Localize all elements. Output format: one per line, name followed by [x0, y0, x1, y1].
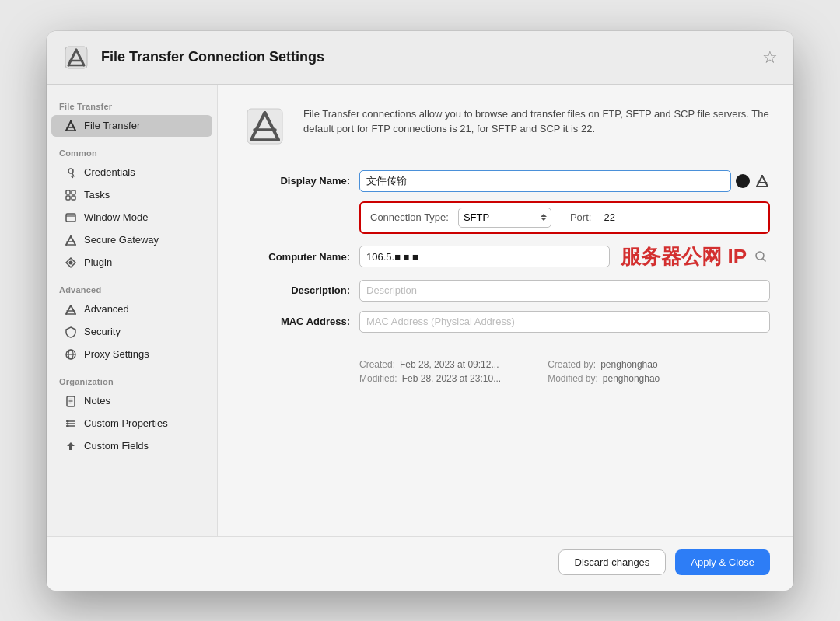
apply-close-button[interactable]: Apply & Close	[675, 549, 770, 575]
file-transfer-icon	[64, 119, 78, 133]
meta-left-col: Created: Feb 28, 2023 at 09:12... Modifi…	[359, 359, 501, 384]
advanced-icon	[64, 302, 78, 316]
svg-line-6	[71, 121, 75, 131]
description-row: Description:	[241, 280, 770, 302]
plugin-label: Plugin	[84, 256, 112, 268]
modified-row: Modified: Feb 28, 2023 at 23:10...	[359, 373, 501, 384]
svg-rect-12	[66, 196, 70, 200]
discard-changes-button[interactable]: Discard changes	[558, 549, 667, 575]
sidebar-section-file-transfer: File Transfer	[47, 96, 217, 114]
window-mode-icon	[64, 211, 78, 225]
sidebar-item-file-transfer-label: File Transfer	[84, 120, 140, 131]
main-panel: File Transfer connections allow you to b…	[218, 85, 793, 536]
file-transfer-small-icon	[754, 173, 770, 189]
sidebar: File Transfer File Transfer Common	[47, 85, 218, 536]
connection-type-bordered-box: Connection Type: SFTP FTP SCP	[359, 201, 770, 234]
created-label: Created:	[359, 359, 395, 370]
titlebar: File Transfer Connection Settings ☆	[47, 31, 793, 85]
sidebar-item-secure-gateway[interactable]: Display Name: Secure Gateway	[51, 229, 212, 251]
security-label: Security	[84, 326, 121, 337]
custom-properties-label: Custom Properties	[84, 417, 168, 429]
port-value: 22	[604, 211, 614, 223]
color-dot-icon[interactable]	[736, 174, 750, 188]
app-icon	[62, 44, 90, 72]
svg-rect-11	[72, 190, 75, 194]
secure-gateway-label-text: Secure Gateway	[84, 234, 159, 246]
sidebar-item-security[interactable]: Security	[51, 321, 212, 343]
modified-by-row: Modified by: penghonghao	[548, 373, 660, 384]
advanced-label: Advanced	[84, 303, 129, 315]
modified-by-label: Modified by:	[548, 373, 598, 384]
favorite-star-icon[interactable]: ☆	[762, 47, 778, 68]
created-by-label: Created by:	[548, 359, 596, 370]
svg-point-20	[69, 260, 73, 264]
mac-address-input[interactable]	[359, 311, 770, 333]
sidebar-item-file-transfer[interactable]: File Transfer	[51, 115, 212, 137]
tasks-label: Tasks	[84, 189, 110, 201]
custom-fields-icon	[64, 439, 78, 453]
display-name-input[interactable]	[359, 170, 731, 192]
svg-line-48	[763, 259, 765, 261]
sidebar-item-credentials[interactable]: Credentials	[51, 162, 212, 183]
svg-line-44	[762, 176, 768, 187]
computer-name-input[interactable]	[359, 246, 610, 267]
created-by-value: penghonghao	[600, 359, 657, 370]
modified-value: Feb 28, 2023 at 23:10...	[402, 373, 501, 384]
window-mode-label: Window Mode	[84, 211, 148, 223]
description-field-label: Description:	[241, 284, 350, 296]
meta-right-col: Created by: penghonghao Modified by: pen…	[548, 359, 660, 384]
security-icon	[64, 325, 78, 339]
computer-name-input-group: 服务器公网 IP	[359, 243, 770, 270]
sidebar-item-custom-properties[interactable]: Custom Properties	[51, 413, 212, 434]
svg-line-22	[71, 305, 75, 314]
display-name-row: Display Name:	[241, 170, 770, 192]
modified-label: Modified:	[359, 373, 397, 384]
description-input[interactable]	[359, 280, 770, 302]
search-icon-button[interactable]	[751, 247, 770, 266]
created-row: Created: Feb 28, 2023 at 09:12...	[359, 359, 501, 370]
created-by-row: Created by: penghonghao	[548, 359, 660, 370]
sidebar-item-plugin[interactable]: Plugin	[51, 252, 212, 274]
svg-line-21	[66, 305, 71, 314]
proxy-settings-label: Proxy Settings	[84, 348, 149, 360]
svg-rect-13	[72, 196, 75, 200]
window-title: File Transfer Connection Settings	[101, 49, 751, 65]
custom-properties-icon	[64, 417, 78, 431]
tasks-icon	[64, 188, 78, 202]
svg-line-17	[71, 236, 75, 245]
created-value: Feb 28, 2023 at 09:12...	[400, 359, 499, 370]
sidebar-item-notes[interactable]: Notes	[51, 390, 212, 412]
svg-line-43	[757, 176, 762, 187]
mac-address-label: MAC Address:	[241, 316, 350, 327]
notes-label: Notes	[84, 395, 110, 406]
content-area: File Transfer File Transfer Common	[47, 85, 793, 536]
sidebar-section-common: Common	[47, 142, 217, 161]
notes-icon	[64, 394, 78, 408]
bottom-bar: Discard changes Apply & Close	[47, 536, 793, 591]
connection-type-row: Connection Type: SFTP FTP SCP	[241, 201, 770, 234]
custom-fields-label: Custom Fields	[84, 440, 149, 452]
svg-rect-14	[66, 214, 75, 222]
connection-type-select-wrapper: SFTP FTP SCP	[458, 208, 551, 228]
connection-type-select[interactable]: SFTP FTP SCP	[458, 208, 551, 228]
svg-line-16	[66, 236, 71, 245]
display-name-label: Display Name:	[241, 175, 350, 187]
secure-gateway-icon	[64, 233, 78, 247]
svg-point-36	[67, 422, 69, 424]
desc-app-icon	[241, 103, 288, 150]
proxy-settings-icon	[64, 347, 78, 361]
sidebar-item-custom-fields[interactable]: Custom Fields	[51, 435, 212, 457]
sidebar-item-window-mode[interactable]: Window Mode	[51, 207, 212, 229]
display-name-input-group	[359, 170, 770, 192]
form-area: Display Name:	[241, 170, 770, 333]
connection-type-field-label: Connection Type:	[370, 211, 449, 223]
sidebar-item-proxy-settings[interactable]: Proxy Settings	[51, 344, 212, 365]
svg-rect-10	[66, 190, 70, 194]
svg-point-35	[67, 420, 69, 422]
sidebar-item-tasks[interactable]: Tasks	[51, 184, 212, 206]
port-label: Port:	[570, 211, 591, 223]
modified-by-value: penghonghao	[603, 373, 660, 384]
sidebar-item-advanced[interactable]: Advanced	[51, 298, 212, 320]
credentials-label: Credentials	[84, 166, 135, 178]
credentials-icon	[64, 166, 78, 180]
